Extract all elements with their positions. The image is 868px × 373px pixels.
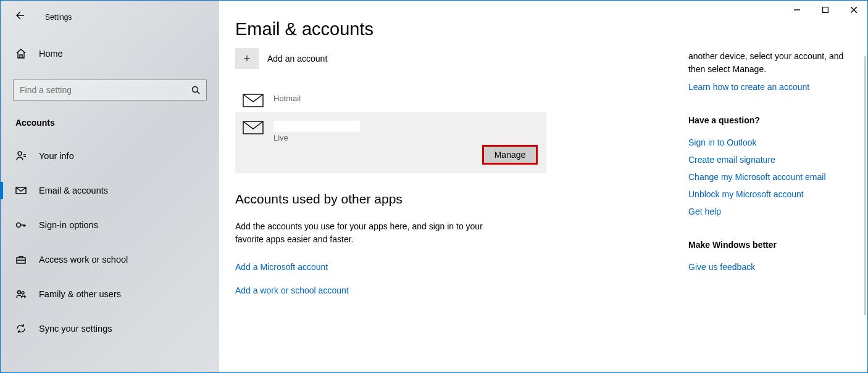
- nav-label: Email & accounts: [39, 186, 108, 195]
- add-ms-account-link[interactable]: Add a Microsoft account: [235, 262, 688, 272]
- sidebar: Settings Home Accounts Your info Email &…: [1, 1, 219, 372]
- help-links: Sign in to Outlook Create email signatur…: [688, 137, 849, 216]
- close-button[interactable]: [840, 0, 868, 20]
- mail-icon: [241, 121, 265, 134]
- svg-point-10: [18, 291, 21, 294]
- sync-icon: [15, 323, 27, 334]
- account-row-live[interactable]: Live Manage: [235, 112, 546, 173]
- account-provider: Live: [273, 133, 360, 142]
- add-work-account-link[interactable]: Add a work or school account: [235, 285, 688, 295]
- person-icon: [15, 150, 27, 162]
- category-label: Accounts: [1, 112, 219, 139]
- content: Email & accounts + Add an account Hotmai…: [219, 1, 688, 372]
- other-apps-heading: Accounts used by other apps: [235, 192, 688, 207]
- svg-point-8: [17, 223, 21, 227]
- account-provider: Hotmail: [273, 94, 301, 103]
- better-heading: Make Windows better: [688, 240, 849, 250]
- people-icon: [15, 289, 27, 300]
- help-link-outlook[interactable]: Sign in to Outlook: [688, 137, 849, 147]
- info-text: another device, select your account, and…: [688, 50, 849, 76]
- search-icon: [191, 86, 200, 94]
- manage-button[interactable]: Manage: [482, 145, 538, 165]
- page-title: Email & accounts: [235, 19, 688, 39]
- maximize-button[interactable]: [811, 0, 840, 20]
- nav-label: Access work or school: [39, 255, 128, 264]
- svg-line-5: [198, 92, 200, 94]
- minimize-button[interactable]: [783, 0, 811, 20]
- key-icon: [15, 219, 27, 231]
- mail-icon: [15, 185, 27, 196]
- feedback-link[interactable]: Give us feedback: [688, 262, 849, 272]
- add-account-row[interactable]: + Add an account: [235, 46, 688, 72]
- mail-icon: [241, 94, 265, 107]
- titlebar: [0, 0, 868, 20]
- help-link-signature[interactable]: Create email signature: [688, 155, 849, 165]
- sidebar-item-signin-options[interactable]: Sign-in options: [1, 211, 219, 239]
- search-box[interactable]: [13, 80, 207, 100]
- svg-point-4: [193, 87, 198, 92]
- help-link-gethelp[interactable]: Get help: [688, 207, 849, 216]
- svg-point-6: [18, 152, 22, 155]
- sidebar-item-family[interactable]: Family & other users: [1, 281, 219, 308]
- scrollbar[interactable]: [864, 56, 866, 315]
- add-account-label: Add an account: [267, 54, 327, 64]
- other-apps-desc: Add the accounts you use for your apps h…: [235, 220, 507, 246]
- nav-label: Family & other users: [39, 289, 121, 299]
- sidebar-item-your-info[interactable]: Your info: [1, 142, 219, 170]
- account-name-redacted: [273, 121, 360, 132]
- briefcase-icon: [15, 254, 27, 265]
- app-root: Settings Home Accounts Your info Email &…: [1, 1, 867, 372]
- help-link-unblock[interactable]: Unblock my Microsoft account: [688, 189, 849, 199]
- svg-rect-1: [823, 7, 828, 13]
- account-row-hotmail[interactable]: Hotmail: [235, 85, 546, 112]
- question-heading: Have a question?: [688, 115, 849, 125]
- home-nav[interactable]: Home: [1, 39, 219, 68]
- nav-label: Sign-in options: [39, 220, 98, 230]
- right-column: another device, select your account, and…: [688, 1, 867, 372]
- home-icon: [15, 48, 27, 59]
- help-link-change-email[interactable]: Change my Microsoft account email: [688, 172, 849, 182]
- plus-icon: +: [235, 48, 259, 69]
- nav-label: Sync your settings: [39, 324, 112, 334]
- learn-create-account-link[interactable]: Learn how to create an account: [688, 82, 849, 92]
- sidebar-item-sync[interactable]: Sync your settings: [1, 315, 219, 342]
- sidebar-item-access-work[interactable]: Access work or school: [1, 246, 219, 273]
- sidebar-item-email-accounts[interactable]: Email & accounts: [1, 177, 219, 204]
- main-panel: Email & accounts + Add an account Hotmai…: [219, 1, 867, 372]
- search-input[interactable]: [20, 85, 191, 95]
- svg-point-11: [22, 292, 24, 294]
- nav-label: Your info: [39, 151, 74, 161]
- home-label: Home: [39, 49, 63, 59]
